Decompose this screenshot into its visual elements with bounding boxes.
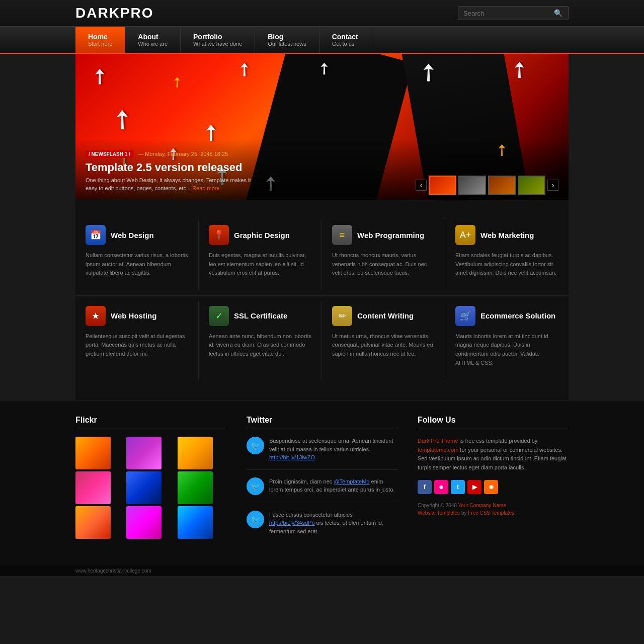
flickr-thumb-4[interactable]: [75, 471, 111, 504]
flickr-button[interactable]: ◉: [434, 480, 448, 494]
nav-about[interactable]: About Who we are: [125, 27, 181, 53]
service-icon: 📍: [209, 225, 229, 245]
youtube-button[interactable]: ▶: [467, 480, 481, 494]
rss-button[interactable]: ◉: [484, 480, 498, 494]
logo: DARKPRO: [75, 5, 154, 21]
twitter-bird-2: 🐦: [247, 477, 264, 495]
service-header: ★ Web Hosting: [86, 306, 188, 326]
newsflash-tag: / NEWSFLASH 1 /: [86, 150, 133, 158]
service-header: 🛒 Ecommerce Solution: [455, 306, 558, 326]
service-item-ecommerce-solution: 🛒 Ecommerce Solution Mauris lobortis lor…: [445, 301, 569, 380]
service-title: Web Marketing: [480, 231, 534, 239]
main-nav: Home Start here About Who we are Portfol…: [0, 27, 644, 54]
service-header: A+ Web Marketing: [455, 225, 558, 245]
twitter-section: Twitter 🐦 Suspendisse at scelerisque urn…: [247, 416, 397, 550]
service-item-content-writing: ✏ Content Writing Ut metus urna, rhoncus…: [322, 301, 445, 380]
header: DARKPRO 🔍: [0, 0, 644, 27]
hero-date: — Monday, February 25, 2048 18:25: [138, 151, 228, 157]
tweet-text-3: Fusce cursus consectetur ultricies http:…: [269, 511, 397, 536]
service-icon: ★: [86, 306, 106, 326]
flickr-thumb-7[interactable]: [75, 506, 111, 539]
service-icon: ✓: [209, 306, 229, 326]
follow-title: Follow Us: [418, 416, 569, 429]
twitter-button[interactable]: t: [451, 480, 465, 494]
service-desc: Nullam consectetur varius risus, a lobor…: [86, 251, 188, 278]
copyright: Copyright © 2048 Your Company Name Websi…: [418, 502, 569, 517]
service-desc: Pellentesque suscipit velit at dui egest…: [86, 332, 188, 359]
hero-title: Template 2.5 version released: [86, 161, 558, 174]
search-box[interactable]: 🔍: [458, 6, 569, 20]
service-title: Content Writing: [357, 311, 414, 320]
flickr-thumb-3[interactable]: [178, 437, 213, 469]
nav-blog[interactable]: Blog Our latest news: [255, 27, 319, 53]
nav-home[interactable]: Home Start here: [75, 27, 125, 53]
twitter-bird-3: 🐦: [247, 511, 264, 528]
service-icon: ✏: [332, 306, 352, 326]
service-desc: Mauris lobortis lorem at mi tincidunt id…: [455, 332, 558, 367]
service-header: ≡ Web Programming: [332, 225, 435, 245]
service-item-web-hosting: ★ Web Hosting Pellentesque suscipit veli…: [75, 301, 199, 380]
company-link[interactable]: Your Company Name: [458, 503, 506, 508]
nav-portfolio[interactable]: Portfolio What we have done: [181, 27, 255, 53]
flickr-thumb-9[interactable]: [178, 506, 213, 539]
services-row-2: ★ Web Hosting Pellentesque suscipit veli…: [75, 295, 569, 380]
service-item-web-design: 📅 Web Design Nullam consectetur varius r…: [75, 220, 199, 290]
watermark-text: www.heritagechristiancollege.com: [75, 568, 151, 574]
tweet-link-2[interactable]: http://bit.ly/34sdPo: [269, 520, 315, 526]
flickr-thumb-6[interactable]: [178, 471, 213, 504]
twitter-bird-1: 🐦: [247, 437, 264, 454]
flickr-thumb-1[interactable]: [75, 437, 111, 469]
tweet-2: 🐦 Proin dignissim, diam nec @TemplateMo …: [247, 477, 397, 503]
service-desc: Ut rhoncus rhoncus mauris, varius venena…: [332, 251, 435, 278]
templates-link[interactable]: Website Templates: [418, 510, 460, 516]
slide-thumb-1[interactable]: [429, 176, 456, 195]
facebook-button[interactable]: f: [418, 480, 432, 494]
tweet-text-2: Proin dignissim, diam nec @TemplateMo en…: [269, 477, 397, 495]
service-icon: A+: [455, 225, 475, 245]
service-icon: ≡: [332, 225, 352, 245]
bottom-bar: www.heritagechristiancollege.com: [0, 566, 644, 576]
slide-thumb-3[interactable]: [488, 176, 516, 195]
tweet-text-1: Suspendisse at scelerisque urna. Aenean …: [269, 437, 397, 462]
nav-contact[interactable]: Contact Get to us: [319, 27, 371, 53]
tweet-mention-1[interactable]: @TemplateMo: [334, 478, 369, 485]
slide-thumb-4[interactable]: [518, 176, 545, 195]
service-title: SSL Certificate: [234, 311, 287, 320]
tweet-3: 🐦 Fusce cursus consectetur ultricies htt…: [247, 511, 397, 543]
follow-section: Follow Us Dark Pro Theme is free css tem…: [418, 416, 569, 550]
slider-thumbs: ‹ ›: [416, 176, 558, 195]
search-icon: 🔍: [554, 9, 562, 17]
flickr-thumb-8[interactable]: [126, 506, 162, 539]
slide-thumb-2[interactable]: [458, 176, 486, 195]
footer: Flickr Twitter 🐦 Suspendisse at sceleris…: [0, 400, 644, 566]
service-desc: Aenean ante nunc, bibendum non lobortis …: [209, 332, 311, 359]
search-input[interactable]: [463, 10, 554, 17]
service-desc: Etiam sodales feugiat turpis ac dapibus.…: [455, 251, 558, 278]
service-title: Ecommerce Solution: [480, 311, 555, 320]
service-header: ✏ Content Writing: [332, 306, 435, 326]
service-title: Web Design: [111, 231, 154, 239]
flickr-thumb-2[interactable]: [126, 437, 162, 469]
service-icon: 🛒: [455, 306, 475, 326]
next-slide-button[interactable]: ›: [547, 180, 558, 191]
read-more-link[interactable]: Read more: [192, 185, 219, 191]
service-title: Graphic Design: [234, 231, 290, 239]
service-item-web-programming: ≡ Web Programming Ut rhoncus rhoncus mau…: [322, 220, 445, 290]
logo-dark: DARK: [75, 5, 120, 21]
service-item-web-marketing: A+ Web Marketing Etiam sodales feugiat t…: [445, 220, 569, 290]
tweet-link-1[interactable]: http://bit.ly/13lwZO: [269, 454, 315, 460]
flickr-section: Flickr: [75, 416, 226, 550]
service-item-graphic-design: 📍 Graphic Design Duis egestas, magna at …: [199, 220, 322, 290]
service-header: ✓ SSL Certificate: [209, 306, 311, 326]
flickr-thumb-5[interactable]: [126, 471, 162, 504]
twitter-title: Twitter: [247, 416, 397, 429]
hero-desc: One thing about Web Design, it always ch…: [86, 177, 257, 192]
service-desc: Duis egestas, magna at iaculis pulvinar,…: [209, 251, 311, 278]
service-header: 📅 Web Design: [86, 225, 188, 245]
prev-slide-button[interactable]: ‹: [416, 180, 427, 191]
tweet-1: 🐦 Suspendisse at scelerisque urna. Aenea…: [247, 437, 397, 470]
free-css-link[interactable]: Free CSS Templates: [468, 510, 514, 516]
flickr-title: Flickr: [75, 416, 226, 429]
services-section: 📅 Web Design Nullam consectetur varius r…: [75, 200, 569, 400]
logo-bold: PRO: [120, 5, 154, 21]
